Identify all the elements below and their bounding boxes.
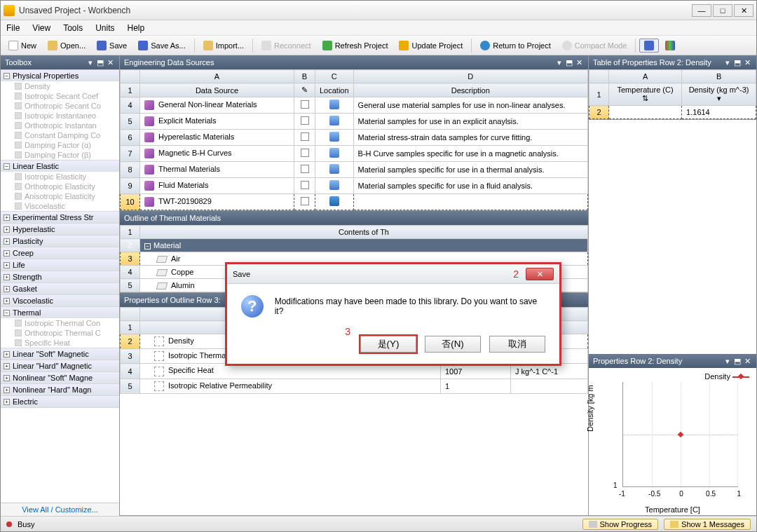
checkbox[interactable] (301, 116, 309, 125)
property-row[interactable]: 5Isotropic Relative Permeability1 (121, 378, 588, 393)
eds-row[interactable]: 9Fluid MaterialsMaterial samples specifi… (121, 178, 588, 194)
table-header: Table of Properties Row 2: Density▾⬒✕ (589, 55, 756, 69)
eds-table[interactable]: ABCD 1Data Source✎LocationDescription 4G… (120, 69, 588, 210)
toolbox-item[interactable]: Orthotropic Instantan (1, 121, 119, 130)
category-hyperelastic[interactable]: +Hyperelastic (1, 224, 119, 235)
location-icon[interactable] (329, 148, 339, 158)
checkbox[interactable] (301, 165, 309, 173)
eds-dropdown-icon[interactable]: ▾ (554, 58, 564, 67)
reconnect-icon (261, 41, 271, 50)
toolbox-item[interactable]: Isotropic Thermal Con (1, 318, 119, 328)
toolbox-item[interactable]: Isotropic Elasticity (1, 172, 119, 182)
property-row[interactable]: 4Specific Heat1007J kg^-1 C^-1 (121, 364, 588, 378)
category-linear-soft-magnetic[interactable]: +Linear "Soft" Magnetic (1, 348, 119, 360)
toolbox-dropdown-icon[interactable]: ▾ (86, 58, 95, 67)
menu-help[interactable]: Help (128, 23, 145, 33)
show-messages-button[interactable]: Show 1 Messages (664, 519, 751, 530)
reconnect-button[interactable]: Reconnect (257, 39, 316, 53)
dialog-yes-button[interactable]: 是(Y) (360, 336, 416, 353)
dialog-cancel-button[interactable]: 取消 (489, 336, 545, 353)
maximize-button[interactable]: □ (713, 4, 732, 17)
close-button[interactable]: ✕ (734, 4, 753, 17)
menu-view[interactable]: View (32, 23, 50, 33)
category-linear-hard-magnetic[interactable]: +Linear "Hard" Magnetic (1, 360, 119, 371)
category-thermal[interactable]: −Thermal (1, 307, 119, 318)
category-gasket[interactable]: +Gasket (1, 283, 119, 294)
toolbox-close-icon[interactable]: ✕ (105, 58, 115, 67)
dialog-no-button[interactable]: 否(N) (425, 336, 481, 353)
dialog-titlebar[interactable]: Save 2 ✕ (227, 264, 559, 284)
open-button[interactable]: Open... (43, 39, 90, 53)
filter-button[interactable] (639, 39, 659, 53)
density-table[interactable]: AB 1Temperature (C) ⇅Density (kg m^-3) ▾… (589, 69, 756, 119)
eds-close-icon[interactable]: ✕ (574, 58, 584, 67)
menu-tools[interactable]: Tools (63, 23, 83, 33)
dialog-message: Modifications may have been made to this… (275, 295, 545, 316)
view-all-link[interactable]: View All / Customize... (22, 505, 98, 514)
eds-row[interactable]: 10TWT-20190829 (121, 194, 588, 210)
category-creep[interactable]: +Creep (1, 247, 119, 259)
category-viscoelastic[interactable]: +Viscoelastic (1, 295, 119, 306)
dialog-close-button[interactable]: ✕ (526, 268, 554, 280)
return-button[interactable]: Return to Project (475, 39, 556, 53)
material-icon (156, 282, 168, 289)
category-electric[interactable]: +Electric (1, 396, 119, 407)
toolbox-item[interactable]: Density (1, 81, 119, 91)
toolbox-item[interactable]: Orthotropic Thermal C (1, 328, 119, 338)
checkbox[interactable] (301, 181, 309, 189)
chart-button[interactable] (660, 39, 680, 53)
material-group[interactable]: −Material (140, 239, 588, 252)
library-icon (144, 100, 154, 110)
category-physical-properties[interactable]: −Physical Properties (1, 70, 119, 81)
update-button[interactable]: Update Project (394, 39, 468, 53)
eds-row[interactable]: 6Hyperelastic MaterialsMaterial stress-s… (121, 130, 588, 146)
location-icon[interactable] (329, 132, 339, 142)
toolbox-item[interactable]: Damping Factor (α) (1, 140, 119, 150)
sort-icon[interactable]: ⇅ (642, 94, 648, 102)
eds-row[interactable]: 4General Non-linear MaterialsGeneral use… (121, 97, 588, 114)
category-plasticity[interactable]: +Plasticity (1, 236, 119, 247)
show-progress-button[interactable]: Show Progress (582, 519, 659, 530)
category-strength[interactable]: +Strength (1, 271, 119, 282)
location-icon[interactable] (329, 180, 339, 190)
eds-pin-icon[interactable]: ⬒ (564, 58, 574, 67)
saveas-button[interactable]: Save As... (133, 39, 191, 53)
category-life[interactable]: +Life (1, 259, 119, 271)
minimize-button[interactable]: — (692, 4, 711, 17)
toolbox-item[interactable]: Orthotropic Elasticity (1, 182, 119, 191)
checkbox[interactable] (301, 149, 309, 157)
checkbox[interactable] (301, 132, 309, 141)
toolbox-item[interactable]: Isotropic Instantaneo (1, 111, 119, 121)
category-nonlinear-hard-magn[interactable]: +Nonlinear "Hard" Magn (1, 384, 119, 395)
save-button[interactable]: Save (92, 39, 132, 53)
location-icon[interactable] (329, 164, 339, 174)
refresh-button[interactable]: Refresh Project (318, 39, 393, 53)
import-icon (203, 41, 213, 50)
toolbox-item[interactable]: Specific Heat (1, 338, 119, 348)
eds-row[interactable]: 8Thermal MaterialsMaterial samples speci… (121, 162, 588, 178)
toolbox-item[interactable]: Damping Factor (β) (1, 150, 119, 160)
location-icon[interactable] (329, 100, 339, 109)
category-nonlinear-soft-magne[interactable]: +Nonlinear "Soft" Magne (1, 372, 119, 383)
location-icon[interactable] (329, 196, 339, 206)
menu-units[interactable]: Units (95, 23, 114, 33)
toolbox-item[interactable]: Orthotropic Secant Co (1, 101, 119, 111)
eds-row[interactable]: 7Magnetic B-H CurvesB-H Curve samples sp… (121, 146, 588, 162)
new-button[interactable]: New (4, 39, 41, 53)
import-button[interactable]: Import... (198, 39, 249, 53)
toolbox-item[interactable]: Constant Damping Co (1, 130, 119, 140)
checkbox[interactable] (301, 100, 309, 109)
toolbox-item[interactable]: Anisotropic Elasticity (1, 191, 119, 201)
dropdown-icon[interactable]: ▾ (717, 94, 721, 102)
window-title: Unsaved Project - Workbench (19, 6, 692, 15)
compact-button[interactable]: Compact Mode (557, 39, 632, 53)
location-icon[interactable] (329, 116, 339, 125)
category-experimental-stress-str[interactable]: +Experimental Stress Str (1, 212, 119, 223)
menu-file[interactable]: File (6, 23, 20, 33)
checkbox[interactable] (301, 197, 309, 205)
toolbox-item[interactable]: Viscoelastic (1, 201, 119, 211)
toolbox-item[interactable]: Isotropic Secant Coef (1, 91, 119, 101)
toolbox-pin-icon[interactable]: ⬒ (95, 58, 105, 67)
eds-row[interactable]: 5Explicit MaterialsMaterial samples for … (121, 114, 588, 130)
category-linear-elastic[interactable]: −Linear Elastic (1, 161, 119, 172)
